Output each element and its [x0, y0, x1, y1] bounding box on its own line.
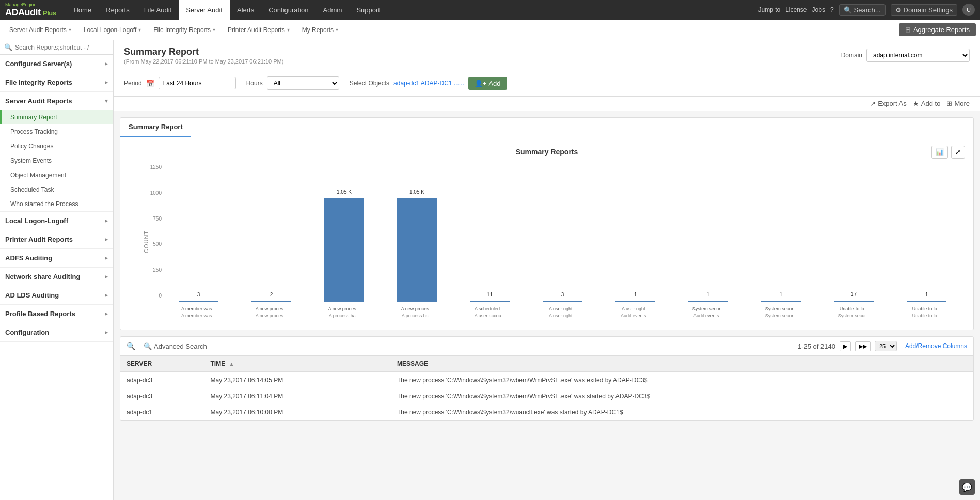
objects-links[interactable]: adap-dc1 ADAP-DC1 ...... [393, 80, 464, 87]
add-button[interactable]: 👤+ Add [468, 77, 507, 90]
bars-area: 3 A member was... A member was... 2 A ne… [162, 185, 963, 319]
sidebar-item-system-events[interactable]: System Events [0, 153, 113, 168]
sidebar-section-header-local-logon-logoff[interactable]: Local Logon-Logoff▸ [0, 212, 113, 230]
table-search-icon[interactable]: 🔍 [127, 342, 135, 350]
sidebar-item-process-tracking[interactable]: Process Tracking [0, 124, 113, 139]
search-button[interactable]: 🔍 Search... [839, 4, 886, 16]
chart-export-icon[interactable]: ⤢ [951, 146, 965, 159]
sidebar-section-label: Configuration [5, 329, 49, 336]
user-avatar[interactable]: U [962, 4, 975, 16]
add-to-link[interactable]: ★ Add to [913, 100, 941, 107]
bar-group-b11[interactable]: 1 Unable to lo... Unable to lo... [890, 185, 963, 319]
sidebar-section-header-network-share-auditing[interactable]: Network share Auditing▸ [0, 268, 113, 286]
col-header-message[interactable]: MESSAGE [391, 356, 973, 372]
jobs-link[interactable]: Jobs [812, 6, 825, 13]
next-page-btn[interactable]: ▶ [840, 341, 851, 351]
sidebar-section-header-adfs-auditing[interactable]: ADFS Auditing▸ [0, 249, 113, 267]
sidebar-section-header-printer-audit-reports[interactable]: Printer Audit Reports▸ [0, 230, 113, 248]
bar-group-b9[interactable]: 1 System secur... System secur... [745, 185, 817, 319]
more-link[interactable]: ⊞ More [946, 100, 970, 107]
top-nav-item-alerts[interactable]: Alerts [230, 0, 261, 20]
per-page-select[interactable]: 25 [875, 341, 897, 351]
domain-dropdown[interactable]: adap.internal.com [866, 49, 970, 62]
license-link[interactable]: License [785, 6, 807, 13]
bar-group-b8[interactable]: 1 System secur... Audit events... [672, 185, 745, 319]
table-head: SERVERTIME ▲MESSAGE [120, 356, 973, 372]
bar-label-top-b4: A new proces... [401, 306, 433, 312]
domain-icon: ⚙ [895, 6, 902, 14]
sidebar-item-who-started-process[interactable]: Who started the Process [0, 197, 113, 211]
chevron-icon: ▸ [105, 329, 108, 336]
cell-time-2: May 23,2017 06:10:00 PM [204, 404, 391, 420]
sidebar-section-header-server-audit-reports[interactable]: Server Audit Reports▾ [0, 92, 113, 110]
sidebar-section-header-configured-servers[interactable]: Configured Server(s)▸ [0, 55, 113, 73]
sidebar-item-object-management[interactable]: Object Management [0, 168, 113, 182]
bar-group-b4[interactable]: 1.05 K A new proces... A process ha... [381, 185, 453, 319]
add-remove-columns-btn[interactable]: Add/Remove Columns [905, 342, 967, 350]
bar-label-top-b8: System secur... [692, 306, 724, 312]
bar-group-b7[interactable]: 1 A user right... Audit events... [599, 185, 672, 319]
star-icon: ★ [913, 100, 919, 107]
sidebar-section-label: Network share Auditing [5, 273, 80, 280]
bar-group-b2[interactable]: 2 A new proces... A new proces... [235, 185, 308, 319]
bar-group-b5[interactable]: 11 A scheduled ... A user accou... [453, 185, 526, 319]
bar-label-top-b9: System secur... [765, 306, 797, 312]
advanced-search-btn[interactable]: 🔍 Advanced Search [144, 342, 207, 350]
sub-nav-item-server-audit-reports[interactable]: Server Audit Reports ▾ [4, 24, 76, 36]
col-header-server[interactable]: SERVER [120, 356, 204, 372]
bar-label-top-b11: Unable to lo... [912, 306, 941, 312]
sub-nav-item-printer-audit-reports[interactable]: Printer Audit Reports ▾ [223, 24, 295, 36]
bar-group-b6[interactable]: 3 A user right... A user right... [526, 185, 599, 319]
top-nav-item-file-audit[interactable]: File Audit [137, 0, 179, 20]
search-input[interactable] [15, 44, 109, 51]
hours-select[interactable]: All [267, 76, 339, 90]
col-header-time[interactable]: TIME ▲ [204, 356, 391, 372]
jump-to-link[interactable]: Jump to [758, 6, 780, 13]
app-logo-name[interactable]: ADAudit Plus [5, 7, 56, 18]
sidebar-item-scheduled-task[interactable]: Scheduled Task [0, 182, 113, 197]
chevron-icon: ▸ [105, 217, 108, 224]
bar-label-bottom-b9: System secur... [765, 313, 797, 319]
top-nav-item-server-audit[interactable]: Server Audit [179, 0, 230, 20]
chart-tab-summary[interactable]: Summary Report [120, 118, 191, 137]
top-nav-item-reports[interactable]: Reports [99, 0, 137, 20]
sidebar-section-label: Server Audit Reports [5, 97, 72, 105]
bar-group-b10[interactable]: 17 Unable to lo... System secur... [817, 185, 890, 319]
bar-value-b7: 1 [634, 292, 637, 298]
export-as-link[interactable]: ↗ Export As [870, 100, 907, 107]
sidebar-section-header-file-integrity-reports[interactable]: File Integrity Reports▸ [0, 73, 113, 91]
calendar-icon[interactable]: 📅 [146, 80, 154, 87]
chevron-down-icon: ▾ [287, 27, 290, 33]
bar-group-b1[interactable]: 3 A member was... A member was... [162, 185, 235, 319]
chat-button[interactable]: 💬 [959, 479, 975, 495]
top-nav-item-support[interactable]: Support [349, 0, 387, 20]
chart-bar-icon[interactable]: 📊 [931, 146, 948, 159]
bar-label-bottom-b6: A user right... [549, 313, 576, 319]
sub-nav-item-my-reports[interactable]: My Reports ▾ [297, 24, 343, 36]
last-page-btn[interactable]: ▶▶ [855, 341, 871, 351]
sub-nav-item-local-logon-logoff[interactable]: Local Logon-Logoff ▾ [78, 24, 147, 36]
top-nav-item-admin[interactable]: Admin [316, 0, 350, 20]
bar-group-b3[interactable]: 1.05 K A new proces... A process ha... [308, 185, 381, 319]
sidebar-section-header-profile-based-reports[interactable]: Profile Based Reports▸ [0, 305, 113, 323]
y-tick: 1000 [150, 190, 162, 196]
help-link[interactable]: ? [830, 6, 834, 13]
bar-label-bottom-b11: Unable to lo... [912, 313, 941, 319]
sidebar-item-summary-report[interactable]: Summary Report [0, 110, 113, 124]
search-label: Search... [854, 6, 881, 14]
sidebar-item-policy-changes[interactable]: Policy Changes [0, 139, 113, 153]
top-nav-item-configuration[interactable]: Configuration [261, 0, 315, 20]
top-nav-item-home[interactable]: Home [66, 0, 99, 20]
chevron-icon: ▸ [105, 60, 108, 67]
domain-settings-button[interactable]: ⚙ Domain Settings [891, 4, 957, 16]
aggregate-reports-button[interactable]: ⊞ Aggregate Reports [899, 23, 976, 36]
sub-nav-item-file-integrity-reports[interactable]: File Integrity Reports ▾ [148, 24, 220, 36]
bar-value-b5: 11 [487, 292, 493, 298]
sidebar-section-header-ad-lds-auditing[interactable]: AD LDS Auditing▸ [0, 286, 113, 304]
sidebar-section-header-configuration[interactable]: Configuration▸ [0, 323, 113, 341]
period-input[interactable] [159, 77, 236, 89]
bar-value-b4: 1.05 K [409, 189, 424, 195]
bar-b4: 1.05 K [397, 198, 437, 303]
bar-label-top-b2: A new proces... [256, 306, 288, 312]
table-row: adap-dc3 May 23,2017 06:14:05 PM The new… [120, 372, 973, 388]
